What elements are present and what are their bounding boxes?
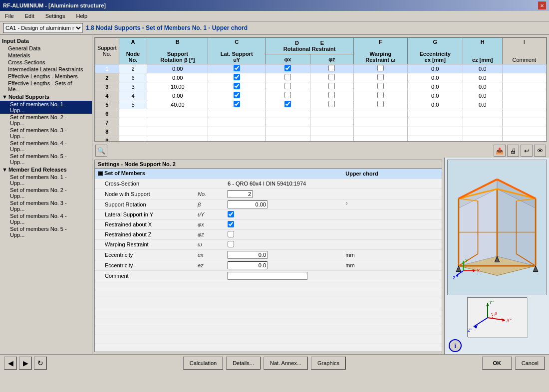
- cell-ez[interactable]: [463, 109, 502, 118]
- sidebar-item-ns-set1[interactable]: Set of members No. 1 - Upp...: [0, 101, 92, 114]
- cell-ez[interactable]: 0.0: [463, 91, 502, 100]
- cell-rotation[interactable]: [147, 127, 208, 136]
- cell-ez[interactable]: [463, 118, 502, 127]
- cell-rot-x[interactable]: [266, 100, 310, 109]
- restrained-z-checkbox[interactable]: [228, 231, 234, 237]
- cell-node-no[interactable]: [119, 136, 147, 142]
- cell-rot-x[interactable]: [266, 127, 310, 136]
- export-button[interactable]: 📤: [494, 145, 506, 157]
- cell-node-no[interactable]: 6: [119, 73, 147, 82]
- lat-support-y-checkbox[interactable]: [228, 211, 234, 217]
- table-row[interactable]: 260.000.00.0: [95, 73, 547, 82]
- sidebar-item-effective-lengths-sets[interactable]: Effective Lengths - Sets of Me...: [0, 80, 92, 93]
- cell-warping[interactable]: [354, 136, 408, 142]
- cell-rot-z[interactable]: [310, 136, 353, 142]
- cell-rotation[interactable]: [147, 109, 208, 118]
- sidebar-item-general-data[interactable]: General Data: [0, 45, 92, 52]
- cell-rotation[interactable]: 10.00: [147, 82, 208, 91]
- cell-ez[interactable]: [463, 127, 502, 136]
- table-row[interactable]: 440.000.00.0: [95, 91, 547, 100]
- cell-warping[interactable]: [354, 91, 408, 100]
- cell-node-no[interactable]: 2: [119, 64, 147, 73]
- cell-warping[interactable]: [354, 82, 408, 91]
- cell-lat-y[interactable]: [208, 118, 266, 127]
- cell-ex[interactable]: 0.0: [407, 73, 463, 82]
- nodal-supports-collapse-icon[interactable]: ▼: [2, 94, 7, 100]
- cell-node-no[interactable]: [119, 127, 147, 136]
- sidebar-item-mer-set2[interactable]: Set of members No. 2 - Upp...: [0, 187, 92, 199]
- warping-checkbox[interactable]: [228, 241, 234, 247]
- cell-rot-x[interactable]: [266, 118, 310, 127]
- cell-ex[interactable]: 0.0: [407, 82, 463, 91]
- cell-rot-z[interactable]: [310, 73, 353, 82]
- ecc-x-input[interactable]: [228, 251, 268, 259]
- menu-settings[interactable]: Settings: [42, 12, 68, 20]
- cell-node-no[interactable]: [119, 109, 147, 118]
- menu-file[interactable]: File: [2, 12, 17, 20]
- calculation-button[interactable]: Calculation: [183, 357, 223, 370]
- cell-ez[interactable]: 0.0: [463, 73, 502, 82]
- cell-ex[interactable]: 0.0: [407, 64, 463, 73]
- cell-comment[interactable]: [502, 82, 546, 91]
- cell-rot-x[interactable]: [266, 82, 310, 91]
- cell-rot-z[interactable]: [310, 109, 353, 118]
- cell-rot-z[interactable]: [310, 64, 353, 73]
- ca-select[interactable]: CA1 - Design of aluminium meml: [3, 23, 83, 33]
- cell-rotation[interactable]: 0.00: [147, 91, 208, 100]
- cell-rot-z[interactable]: [310, 82, 353, 91]
- cell-lat-y[interactable]: [208, 82, 266, 91]
- nav-back-button[interactable]: ◀: [4, 357, 17, 370]
- nav-forward-button[interactable]: ▶: [19, 357, 32, 370]
- sidebar-item-mer-set4[interactable]: Set of members No. 4 - Upp...: [0, 212, 92, 225]
- cell-node-no[interactable]: 3: [119, 82, 147, 91]
- cell-rot-z[interactable]: [310, 127, 353, 136]
- cell-warping[interactable]: [354, 73, 408, 82]
- sidebar-item-ns-set3[interactable]: Set of members No. 3 - Upp...: [0, 127, 92, 140]
- menu-help[interactable]: Help: [73, 12, 90, 20]
- cell-ez[interactable]: [463, 136, 502, 142]
- cell-ez[interactable]: 0.0: [463, 100, 502, 109]
- sidebar-item-mer-set5[interactable]: Set of members No. 5 - Upp...: [0, 225, 92, 238]
- cell-comment[interactable]: [502, 118, 546, 127]
- info-button[interactable]: i: [449, 339, 462, 352]
- cell-comment[interactable]: [502, 91, 546, 100]
- cell-rot-x[interactable]: [266, 91, 310, 100]
- cell-ez[interactable]: 0.0: [463, 82, 502, 91]
- cell-ex[interactable]: 0.0: [407, 100, 463, 109]
- cell-lat-y[interactable]: [208, 136, 266, 142]
- cell-ex[interactable]: [407, 118, 463, 127]
- table-row[interactable]: 8: [95, 127, 547, 136]
- cell-ez[interactable]: 0.0: [463, 64, 502, 73]
- restrained-x-checkbox[interactable]: [228, 221, 234, 227]
- member-end-releases-collapse-icon[interactable]: ▼: [2, 167, 7, 173]
- cell-comment[interactable]: [502, 109, 546, 118]
- cell-lat-y[interactable]: [208, 91, 266, 100]
- graphics-button[interactable]: Graphics: [311, 357, 346, 370]
- cell-warping[interactable]: [354, 100, 408, 109]
- sidebar-item-mer-set1[interactable]: Set of members No. 1 - Upp...: [0, 174, 92, 187]
- table-row[interactable]: 9: [95, 136, 547, 142]
- table-row[interactable]: 5540.000.00.0: [95, 100, 547, 109]
- cell-rotation[interactable]: 0.00: [147, 73, 208, 82]
- table-row[interactable]: 120.000.00.0: [95, 64, 547, 73]
- sidebar-item-cross-sections[interactable]: Cross-Sections: [0, 59, 92, 66]
- sidebar-item-materials[interactable]: Materials: [0, 52, 92, 59]
- close-button[interactable]: ✕: [538, 1, 546, 9]
- table-row[interactable]: 3310.000.00.0: [95, 82, 547, 91]
- cancel-button[interactable]: Cancel: [515, 357, 545, 370]
- sidebar-item-ns-set2[interactable]: Set of members No. 2 - Upp...: [0, 114, 92, 127]
- cell-comment[interactable]: [502, 127, 546, 136]
- cell-lat-y[interactable]: [208, 127, 266, 136]
- cell-lat-y[interactable]: [208, 109, 266, 118]
- cell-rotation[interactable]: 40.00: [147, 100, 208, 109]
- cell-comment[interactable]: [502, 64, 546, 73]
- cell-warping[interactable]: [354, 118, 408, 127]
- cell-node-no[interactable]: 4: [119, 91, 147, 100]
- node-support-input[interactable]: [228, 190, 253, 198]
- cell-ex[interactable]: [407, 136, 463, 142]
- cell-comment[interactable]: [502, 73, 546, 82]
- cell-lat-y[interactable]: [208, 73, 266, 82]
- ok-button[interactable]: OK: [482, 357, 512, 370]
- cell-rot-z[interactable]: [310, 100, 353, 109]
- table-row[interactable]: 6: [95, 109, 547, 118]
